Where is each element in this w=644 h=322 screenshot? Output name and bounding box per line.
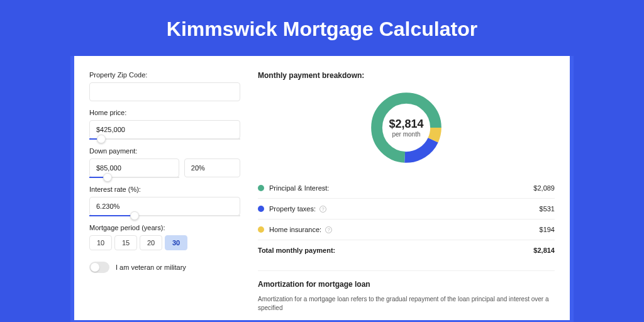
- veteran-toggle[interactable]: [89, 262, 109, 273]
- slider-thumb[interactable]: [103, 173, 112, 182]
- period-tab-10[interactable]: 10: [89, 235, 112, 250]
- total-value: $2,814: [533, 247, 555, 254]
- breakdown-row: Property taxes:?$531: [258, 198, 555, 219]
- breakdown-value: $2,089: [533, 184, 555, 192]
- payment-donut-chart: $2,814 per month: [367, 89, 445, 167]
- breakdown-value: $531: [540, 205, 555, 213]
- period-tab-30[interactable]: 30: [165, 235, 187, 250]
- breakdown-label: Property taxes:: [269, 205, 316, 213]
- period-tab-20[interactable]: 20: [140, 235, 162, 250]
- interest-slider[interactable]: [89, 215, 240, 216]
- calculator-card: Property Zip Code: Home price: Down paym…: [74, 56, 570, 320]
- down-payment-label: Down payment:: [89, 147, 240, 155]
- zip-input[interactable]: [89, 82, 240, 101]
- zip-label: Property Zip Code:: [89, 71, 240, 79]
- period-tab-15[interactable]: 15: [114, 235, 137, 250]
- legend-dot: [258, 226, 264, 233]
- down-payment-slider[interactable]: [89, 177, 179, 178]
- home-price-label: Home price:: [89, 109, 240, 116]
- breakdown-row: Principal & Interest:$2,089: [258, 178, 555, 198]
- amortization-section: Amortization for mortgage loan Amortizat…: [258, 270, 555, 313]
- legend-dot: [258, 206, 264, 212]
- total-label: Total monthly payment:: [258, 247, 335, 254]
- toggle-knob: [91, 263, 99, 272]
- down-payment-input[interactable]: [89, 158, 179, 177]
- slider-thumb[interactable]: [130, 211, 139, 220]
- breakdown-panel: Monthly payment breakdown: $2,814 per mo…: [258, 71, 555, 313]
- slider-thumb[interactable]: [97, 135, 106, 143]
- home-price-input[interactable]: [89, 120, 240, 139]
- breakdown-value: $194: [540, 226, 555, 233]
- input-panel: Property Zip Code: Home price: Down paym…: [89, 71, 240, 313]
- home-price-slider[interactable]: [89, 138, 240, 140]
- donut-amount: $2,814: [389, 118, 423, 131]
- period-label: Mortgage period (years):: [89, 224, 240, 231]
- amortization-text: Amortization for a mortgage loan refers …: [258, 295, 555, 313]
- legend-dot: [258, 185, 264, 191]
- interest-input[interactable]: [89, 197, 240, 216]
- veteran-label: I am veteran or military: [116, 264, 186, 271]
- info-icon[interactable]: ?: [319, 206, 326, 213]
- interest-label: Interest rate (%):: [89, 186, 240, 193]
- page-title: Kimmswick Mortgage Calculator: [0, 0, 644, 56]
- total-row: Total monthly payment: $2,814: [258, 240, 555, 260]
- breakdown-row: Home insurance:?$194: [258, 219, 555, 240]
- breakdown-title: Monthly payment breakdown:: [258, 71, 555, 80]
- breakdown-label: Principal & Interest:: [269, 184, 329, 192]
- info-icon[interactable]: ?: [325, 226, 332, 233]
- amortization-title: Amortization for mortgage loan: [258, 280, 555, 289]
- down-payment-percent-input[interactable]: [184, 158, 240, 177]
- breakdown-label: Home insurance:: [269, 226, 321, 233]
- period-tabs: 10152030: [89, 235, 240, 250]
- donut-subtext: per month: [392, 131, 420, 138]
